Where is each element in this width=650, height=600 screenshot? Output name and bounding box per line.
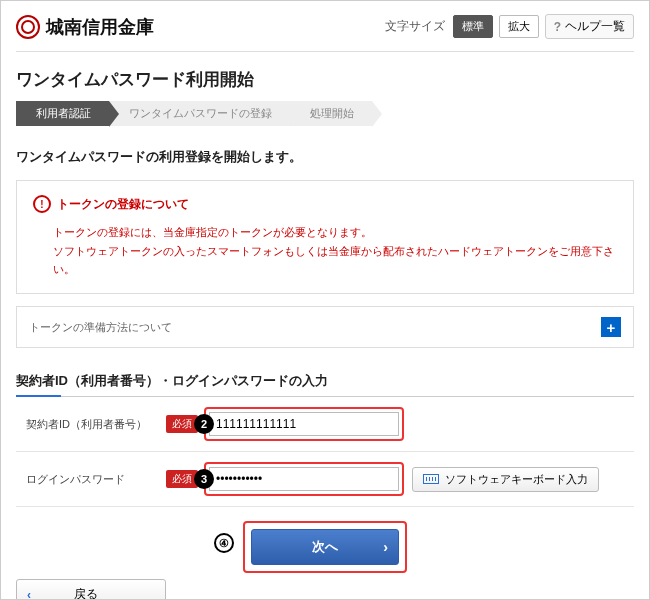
step-indicator: 利用者認証 ワンタイムパスワードの登録 処理開始 <box>16 101 634 126</box>
contract-id-label: 契約者ID（利用者番号） <box>26 417 166 432</box>
question-icon: ? <box>554 20 561 34</box>
section-lead: ワンタイムパスワードの利用登録を開始します。 <box>16 148 634 166</box>
text-size-large-button[interactable]: 拡大 <box>499 15 539 38</box>
submit-area: ④ 次へ <box>16 521 634 573</box>
notice-body: トークンの登録には、当金庫指定のトークンが必要となります。 ソフトウェアトークン… <box>33 223 617 279</box>
help-button[interactable]: ?ヘルプ一覧 <box>545 14 634 39</box>
notice-box: トークンの登録について トークンの登録には、当金庫指定のトークンが必要となります… <box>16 180 634 294</box>
contract-id-input[interactable] <box>209 412 399 436</box>
text-size-standard-button[interactable]: 標準 <box>453 15 493 38</box>
plus-icon: + <box>601 317 621 337</box>
top-bar: 城南信用金庫 文字サイズ 標準 拡大 ?ヘルプ一覧 <box>16 9 634 52</box>
brand: 城南信用金庫 <box>16 15 154 39</box>
password-label: ログインパスワード <box>26 472 166 487</box>
brand-logo-icon <box>16 15 40 39</box>
next-highlight: 次へ <box>243 521 407 573</box>
annotation-3: 3 <box>194 469 214 489</box>
page-title: ワンタイムパスワード利用開始 <box>16 68 634 91</box>
row-password: ログインパスワード 必須 3 ソフトウェアキーボード入力 <box>16 452 634 507</box>
row-contract-id: 契約者ID（利用者番号） 必須 2 <box>16 397 634 452</box>
software-keyboard-button[interactable]: ソフトウェアキーボード入力 <box>412 467 599 492</box>
text-size-label: 文字サイズ <box>385 18 445 35</box>
annotation-4: ④ <box>214 533 234 553</box>
bottom-row: 戻る <box>16 579 634 600</box>
back-button[interactable]: 戻る <box>16 579 166 600</box>
password-input[interactable] <box>209 467 399 491</box>
top-controls: 文字サイズ 標準 拡大 ?ヘルプ一覧 <box>385 14 634 39</box>
step-1: 利用者認証 <box>16 101 109 126</box>
form-heading: 契約者ID（利用者番号）・ログインパスワードの入力 <box>16 372 634 397</box>
notice-title: トークンの登録について <box>33 195 617 213</box>
password-highlight <box>204 462 404 496</box>
step-2: ワンタイムパスワードの登録 <box>109 101 290 126</box>
annotation-2: 2 <box>194 414 214 434</box>
step-3: 処理開始 <box>290 101 372 126</box>
expand-label: トークンの準備方法について <box>29 320 172 335</box>
brand-name: 城南信用金庫 <box>46 15 154 39</box>
token-prep-expand[interactable]: トークンの準備方法について + <box>16 306 634 348</box>
contract-id-highlight <box>204 407 404 441</box>
next-button[interactable]: 次へ <box>251 529 399 565</box>
keyboard-icon <box>423 474 439 484</box>
